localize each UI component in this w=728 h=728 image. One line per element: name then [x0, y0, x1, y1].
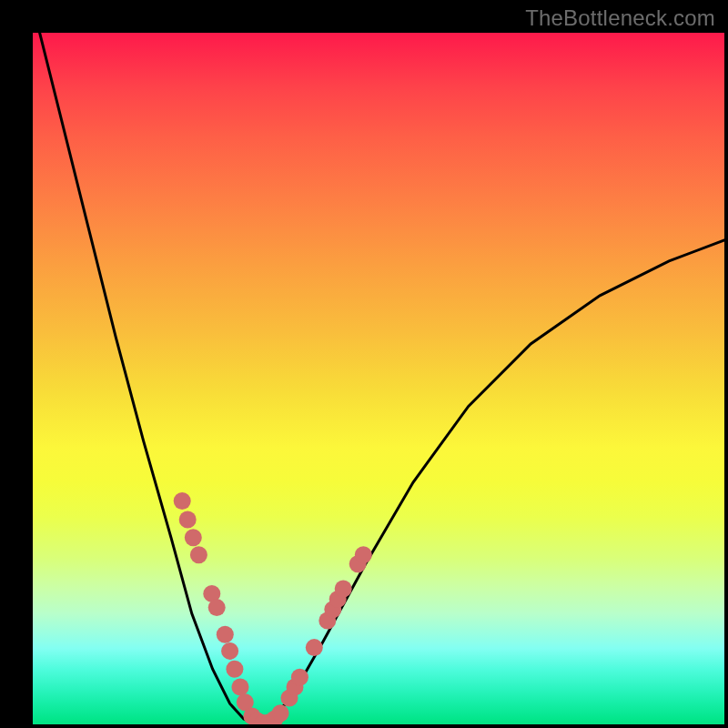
data-dot: [217, 626, 234, 643]
data-dot: [306, 639, 323, 656]
bottom-black-border: [0, 724, 728, 728]
left-black-border: [0, 0, 33, 728]
bottleneck-curve-path: [33, 33, 724, 724]
data-dot: [291, 669, 308, 686]
bottleneck-curve-svg: [33, 33, 724, 724]
data-dot: [179, 511, 197, 529]
data-dot: [226, 661, 243, 678]
data-dot: [174, 492, 191, 510]
data-dot: [335, 581, 352, 598]
data-dot: [355, 546, 372, 563]
data-dot: [185, 529, 202, 546]
data-dot: [272, 704, 289, 722]
data-dot: [208, 599, 226, 616]
watermark-text: TheBottleneck.com: [525, 5, 715, 31]
data-dot: [232, 679, 249, 696]
data-dot: [190, 546, 207, 563]
chart-stage: TheBottleneck.com: [0, 0, 728, 728]
data-dot: [221, 642, 238, 660]
gradient-plot-area: [33, 33, 724, 724]
